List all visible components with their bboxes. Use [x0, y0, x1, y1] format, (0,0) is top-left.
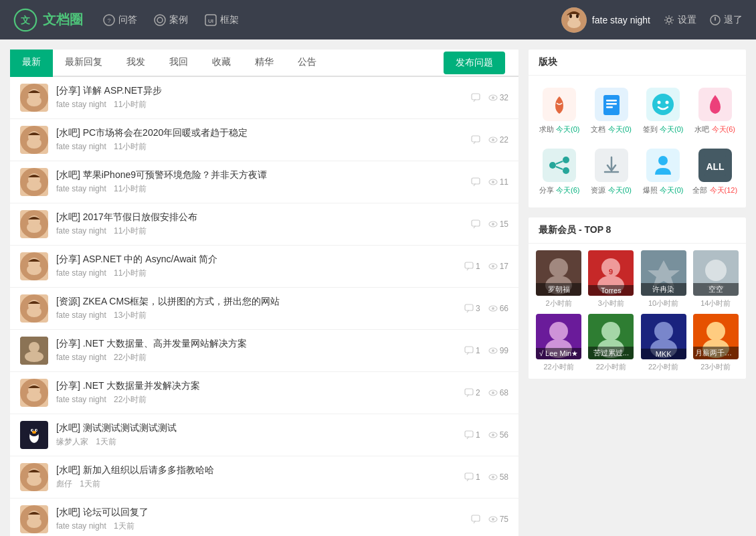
svg-rect-54: [465, 347, 473, 353]
svg-point-62: [492, 391, 494, 394]
post-title[interactable]: [水吧] 测试测试测试测试测试: [56, 422, 456, 434]
nav-item-case[interactable]: 案例: [154, 14, 188, 26]
post-meta: 缘梦人家 1天前: [56, 436, 456, 448]
post-item: [资源] ZKEA CMS框架，以拼图的方式，拼出您的网站 fate stay …: [10, 288, 518, 330]
post-button[interactable]: 发布问题: [444, 52, 505, 74]
post-meta: fate stay night 13小时前: [56, 310, 456, 321]
post-stats: 32: [471, 93, 508, 102]
tab-announcements[interactable]: 公告: [286, 50, 328, 77]
block-label: 分享 今天(6): [539, 185, 580, 195]
logout-button[interactable]: 退了: [710, 14, 743, 26]
user-area[interactable]: fate stay night: [561, 7, 650, 33]
view-stat: 99: [488, 346, 508, 355]
member-item[interactable]: √ Lee Min★ 22小时前: [535, 314, 582, 372]
block-item-all[interactable]: ALL 全部 今天(12): [691, 143, 740, 201]
block-item-share[interactable]: 分享 今天(6): [535, 143, 584, 201]
nav-item-qa[interactable]: ? 问答: [103, 14, 137, 26]
drop-icon: [702, 91, 729, 118]
nav-item-ui[interactable]: UI 框架: [205, 14, 239, 26]
block-item-resource[interactable]: 资源 今天(0): [587, 143, 636, 201]
post-title[interactable]: [分享] ASP.NET 中的 Async/Await 简介: [56, 254, 456, 266]
post-stats: 1 58: [464, 472, 508, 482]
post-title[interactable]: [水吧] 苹果iPhone9可预警环境危险？并非天方夜谭: [56, 169, 463, 181]
svg-rect-36: [472, 220, 480, 226]
member-avatar: MKK: [641, 314, 686, 359]
post-title[interactable]: [分享] 详解 ASP.NET异步: [56, 85, 463, 97]
svg-point-98: [658, 156, 668, 165]
svg-point-95: [563, 167, 569, 174]
post-list: [分享] 详解 ASP.NET异步 fate stay night 11小时前 …: [10, 77, 518, 536]
tab-my-posts[interactable]: 我发: [114, 50, 157, 77]
post-content: [分享] ASP.NET 中的 Async/Await 简介 fate stay…: [56, 254, 456, 279]
svg-text:文: 文: [21, 15, 31, 25]
post-title[interactable]: [资源] ZKEA CMS框架，以拼图的方式，拼出您的网站: [56, 296, 456, 308]
post-title[interactable]: [水吧] 论坛可以回复了: [56, 507, 463, 519]
member-avatar: 9 Torres: [588, 250, 634, 296]
member-name: MKK: [641, 349, 686, 359]
member-item[interactable]: 空空 14小时前: [692, 250, 739, 308]
member-time: 22小时前: [596, 362, 626, 372]
share-icon: [546, 152, 573, 179]
blocks-grid: 求助 今天(0) 文档 今天(0): [529, 76, 746, 207]
post-item: [分享] 详解 ASP.NET异步 fate stay night 11小时前 …: [10, 77, 518, 119]
tab-featured[interactable]: 精华: [243, 50, 286, 77]
svg-rect-60: [465, 389, 473, 395]
smile-icon: [650, 91, 676, 118]
post-title[interactable]: [分享] .NET 大数据量并发解决方案: [56, 380, 456, 392]
post-title[interactable]: [水吧] 2017年节假日放假安排公布: [56, 211, 463, 224]
member-item[interactable]: 许冉染 10小时前: [640, 250, 687, 308]
svg-rect-77: [465, 473, 473, 479]
post-avatar: [20, 126, 48, 154]
doc-icon-container: [595, 88, 628, 121]
block-item-signin[interactable]: 签到 今天(0): [639, 82, 688, 140]
comment-stat: 2: [464, 388, 480, 397]
post-meta: 彪仔 1天前: [56, 478, 456, 490]
post-title[interactable]: [水吧] PC市场将会在2020年回暖或者趋于稳定: [56, 127, 463, 139]
member-avatar: 空空: [693, 250, 739, 296]
comment-stat: [471, 135, 480, 145]
tab-my-replies[interactable]: 我回: [157, 50, 200, 77]
svg-point-94: [549, 162, 556, 169]
post-avatar: [20, 463, 48, 491]
member-item[interactable]: 苦过累过... 22小时前: [587, 314, 634, 372]
post-avatar: [20, 421, 48, 449]
member-item[interactable]: 罗朝福 2小时前: [535, 250, 582, 308]
members-panel: 最新会员 - TOP 8 罗朝福 2小时前 9 Torres 3小: [529, 217, 746, 379]
svg-point-4: [155, 15, 165, 25]
post-item: [分享] .NET 大数据量并发解决方案 fate stay night 22小…: [10, 372, 518, 414]
svg-point-85: [492, 518, 494, 521]
comment-stat: [471, 93, 480, 102]
view-stat: 66: [488, 304, 508, 313]
settings-button[interactable]: 设置: [664, 14, 696, 26]
svg-point-102: [549, 258, 568, 277]
post-content: [水吧] 2017年节假日放假安排公布 fate stay night 11小时…: [56, 211, 463, 237]
tab-latest-reply[interactable]: 最新回复: [53, 50, 114, 77]
view-stat: 17: [488, 262, 508, 271]
post-content: [分享] .NET 大数据量、高并发量网站解决方案 fate stay nigh…: [56, 338, 456, 363]
post-content: [水吧] 论坛可以回复了 fate stay night 1天前: [56, 507, 463, 532]
post-title[interactable]: [水吧] 新加入组织以后请多多指教哈哈: [56, 464, 456, 476]
logo[interactable]: 文 文档圈: [13, 8, 83, 32]
logout-icon: [710, 15, 721, 25]
svg-text:UI: UI: [208, 18, 213, 24]
block-item-photo[interactable]: 爆照 今天(0): [639, 143, 688, 201]
tab-latest[interactable]: 最新: [10, 50, 53, 77]
post-title[interactable]: [分享] .NET 大数据量、高并发量网站解决方案: [56, 338, 456, 350]
block-label: 签到 今天(0): [643, 124, 684, 135]
post-meta: fate stay night 22小时前: [56, 394, 456, 406]
svg-point-53: [25, 351, 43, 362]
svg-rect-42: [465, 262, 473, 268]
post-content: [水吧] PC市场将会在2020年回暖或者趋于稳定 fate stay nigh…: [56, 127, 463, 153]
member-item[interactable]: 9 Torres 3小时前: [587, 250, 634, 308]
block-item-doc[interactable]: 文档 今天(0): [587, 82, 636, 140]
svg-point-113: [549, 322, 568, 341]
member-item[interactable]: MKK 22小时前: [640, 314, 687, 372]
tab-favorites[interactable]: 收藏: [200, 50, 243, 77]
view-stat: 68: [488, 388, 508, 397]
member-time: 14小时前: [700, 298, 731, 308]
block-item-bar[interactable]: 水吧 今天(6): [691, 82, 740, 140]
post-item: [分享] .NET 大数据量、高并发量网站解决方案 fate stay nigh…: [10, 330, 518, 372]
member-item[interactable]: 月薪两千生活费 23小时前: [692, 314, 739, 372]
block-item-qa[interactable]: 求助 今天(0): [535, 82, 584, 140]
tabs-wrapper: 最新 最新回复 我发 我回 收藏 精华 公告 发布问题: [10, 50, 518, 77]
